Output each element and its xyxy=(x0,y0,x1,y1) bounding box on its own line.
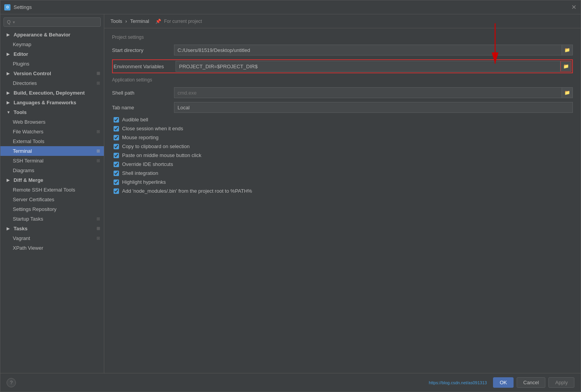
sidebar-item-appearance[interactable]: ▶ Appearance & Behavior xyxy=(0,30,104,40)
sidebar-item-build[interactable]: ▶ Build, Execution, Deployment xyxy=(0,88,104,98)
sidebar-label-vc: Version Control xyxy=(14,71,51,76)
help-label: ? xyxy=(10,380,12,385)
sidebar-label-server-certs: Server Certificates xyxy=(13,197,54,202)
sidebar-item-directories[interactable]: Directories ⊞ xyxy=(0,78,104,88)
ok-label: OK xyxy=(500,380,507,385)
expand-arrow-vc: ▶ xyxy=(7,71,11,76)
sidebar-label-directories: Directories xyxy=(13,80,37,86)
cancel-label: Cancel xyxy=(523,380,539,385)
project-settings-label: Project settings xyxy=(112,35,573,40)
checkbox-label-highlight-hyperlinks: Highlight hyperlinks xyxy=(122,179,166,185)
env-var-label: Environment Variables xyxy=(114,64,176,69)
sidebar-item-ssh-terminal[interactable]: SSH Terminal ⊞ xyxy=(0,156,104,166)
sidebar-label-web-browsers: Web Browsers xyxy=(13,119,45,125)
checkbox-row-override-shortcuts: Override IDE shortcuts xyxy=(112,161,573,167)
tab-name-input[interactable] xyxy=(174,102,573,113)
sidebar-item-tasks[interactable]: ▶ Tasks ⊞ xyxy=(0,224,104,233)
close-button[interactable]: ✕ xyxy=(571,4,577,10)
tasks-badge: ⊞ xyxy=(97,226,100,231)
sidebar-item-server-certs[interactable]: Server Certificates xyxy=(0,195,104,204)
checkbox-copy-clipboard[interactable] xyxy=(114,144,119,149)
checkbox-shell-integration[interactable] xyxy=(114,171,119,176)
sidebar-item-external-tools[interactable]: External Tools xyxy=(0,136,104,146)
shell-path-row: Shell path 📁 xyxy=(112,87,573,98)
sidebar-item-tools[interactable]: ▼ Tools xyxy=(0,107,104,117)
ok-button[interactable]: OK xyxy=(493,377,514,388)
sidebar-item-plugins[interactable]: Plugins xyxy=(0,59,104,69)
env-var-input[interactable] xyxy=(176,61,560,72)
shell-path-input[interactable] xyxy=(174,87,562,98)
checkbox-override-shortcuts[interactable] xyxy=(114,162,119,167)
sidebar-label-appearance: Appearance & Behavior xyxy=(14,32,71,38)
footer-url: https://blog.csdn.net/as091313 xyxy=(429,380,487,385)
sidebar-item-file-watchers[interactable]: File Watchers ⊞ xyxy=(0,127,104,136)
env-var-highlighted-row: Environment Variables 📁 xyxy=(112,59,573,73)
sidebar-label-external-tools: External Tools xyxy=(13,138,44,144)
sidebar-item-editor[interactable]: ▶ Editor xyxy=(0,49,104,59)
sidebar-item-version-control[interactable]: ▶ Version Control ⊞ xyxy=(0,69,104,78)
settings-window: ⚙ Settings ✕ Q ▶ Appearance & Behavior K… xyxy=(0,0,581,392)
search-input[interactable] xyxy=(13,20,97,24)
sidebar-item-settings-repo[interactable]: Settings Repository xyxy=(0,204,104,214)
sidebar-item-vagrant[interactable]: Vagrant ⊞ xyxy=(0,233,104,243)
sidebar-label-keymap: Keymap xyxy=(13,41,31,47)
sidebar: Q ▶ Appearance & Behavior Keymap ▶ Edito… xyxy=(0,14,104,373)
title-bar: ⚙ Settings ✕ xyxy=(0,0,581,14)
checkbox-row-audible-bell: Audible bell xyxy=(112,117,573,123)
expand-arrow-editor: ▶ xyxy=(7,52,11,56)
content-body: Project settings Start directory 📁 Envir… xyxy=(104,28,581,373)
shell-path-input-group: 📁 xyxy=(174,87,573,98)
vagrant-badge: ⊞ xyxy=(97,236,100,241)
breadcrumb-separator: › xyxy=(125,18,127,24)
folder-icon-env: 📁 xyxy=(563,64,569,69)
folder-icon: 📁 xyxy=(564,47,570,53)
start-directory-input[interactable] xyxy=(174,45,562,55)
checkbox-highlight-hyperlinks[interactable] xyxy=(114,180,119,185)
checkbox-node-modules[interactable] xyxy=(114,188,119,194)
checkbox-audible-bell[interactable] xyxy=(114,117,119,123)
sidebar-item-keymap[interactable]: Keymap xyxy=(0,40,104,49)
env-var-browse-btn[interactable]: 📁 xyxy=(560,61,571,72)
sidebar-item-diff-merge[interactable]: ▶ Diff & Merge xyxy=(0,175,104,185)
cancel-button[interactable]: Cancel xyxy=(517,377,545,388)
expand-arrow-tasks: ▶ xyxy=(7,226,11,231)
sidebar-label-xpath: XPath Viewer xyxy=(13,245,43,251)
checkbox-row-shell-integration: Shell integration xyxy=(112,170,573,176)
env-var-input-group: 📁 xyxy=(176,61,571,72)
expand-arrow-tools: ▼ xyxy=(7,110,11,114)
help-button[interactable]: ? xyxy=(7,378,16,387)
app-settings-label: Application settings xyxy=(112,77,573,83)
search-box[interactable]: Q xyxy=(3,17,101,27)
directories-badge: ⊞ xyxy=(97,81,100,86)
window-title: Settings xyxy=(14,4,571,10)
sidebar-item-terminal[interactable]: Terminal ⊞ xyxy=(0,146,104,156)
breadcrumb: Tools › Terminal 📌 For current project xyxy=(104,14,581,28)
checkbox-label-mouse-reporting: Mouse reporting xyxy=(122,135,159,140)
breadcrumb-terminal: Terminal xyxy=(130,18,149,24)
startup-badge: ⊞ xyxy=(97,216,100,221)
checkbox-label-node-modules: Add 'node_modules/.bin' from the project… xyxy=(122,188,252,194)
shell-path-label: Shell path xyxy=(112,90,174,96)
checkbox-close-session[interactable] xyxy=(114,126,119,131)
sidebar-item-diagrams[interactable]: Diagrams xyxy=(0,166,104,175)
checkbox-paste-middle[interactable] xyxy=(114,153,119,158)
sidebar-item-startup-tasks[interactable]: Startup Tasks ⊞ xyxy=(0,214,104,224)
sidebar-item-xpath[interactable]: XPath Viewer xyxy=(0,243,104,253)
sidebar-label-build: Build, Execution, Deployment xyxy=(14,90,84,96)
checkbox-mouse-reporting[interactable] xyxy=(114,135,119,140)
expand-arrow-build: ▶ xyxy=(7,91,11,95)
sidebar-item-languages[interactable]: ▶ Languages & Frameworks xyxy=(0,98,104,107)
sidebar-item-web-browsers[interactable]: Web Browsers xyxy=(0,117,104,127)
sidebar-item-remote-ssh[interactable]: Remote SSH External Tools xyxy=(0,185,104,195)
start-directory-browse-btn[interactable]: 📁 xyxy=(562,45,573,55)
start-directory-input-group: 📁 xyxy=(174,45,573,55)
shell-path-browse-btn[interactable]: 📁 xyxy=(562,87,573,98)
checkboxes-group: Audible bell Close session when it ends … xyxy=(112,117,573,194)
sidebar-label-languages: Languages & Frameworks xyxy=(14,100,76,105)
apply-button[interactable]: Apply xyxy=(548,377,574,388)
sidebar-label-diff-merge: Diff & Merge xyxy=(14,177,43,183)
expand-arrow-diff: ▶ xyxy=(7,178,11,182)
content-area: Tools › Terminal 📌 For current project P… xyxy=(104,14,581,373)
breadcrumb-tools: Tools xyxy=(110,18,122,24)
sidebar-label-vagrant: Vagrant xyxy=(13,235,30,241)
